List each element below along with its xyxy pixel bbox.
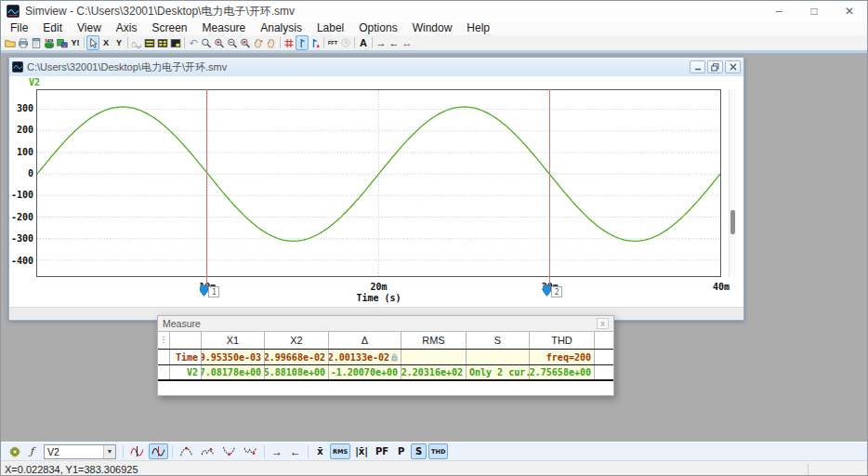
menu-axis[interactable]: Axis [109, 21, 145, 35]
measure-cell: 2.20316e+02 [401, 365, 467, 379]
child-window-title: C:\Users\32001\Desktop\电力电子\开环.smv [27, 60, 688, 74]
stat-button-pf[interactable]: PF [373, 443, 391, 459]
measure-y-icon[interactable] [149, 443, 168, 459]
status-bar: X=0.022834, Y1=383.306925 [1, 460, 867, 476]
stat-button-rms[interactable]: RMS [330, 443, 350, 459]
copy-page-icon[interactable] [30, 35, 43, 50]
text-label-icon[interactable]: A [357, 35, 370, 50]
child-title-bar[interactable]: C:\Users\32001\Desktop\电力电子\开环.smv [9, 58, 743, 76]
menu-help[interactable]: Help [459, 21, 497, 35]
fit-width-icon[interactable]: ↔ [401, 35, 414, 50]
pan-vertical-icon[interactable] [252, 35, 265, 50]
measure-header-delta[interactable]: Δ [329, 332, 401, 349]
scrollbar-thumb[interactable] [730, 210, 735, 234]
y-axis-tick: -200 [9, 212, 33, 222]
measure-header-x1[interactable]: X1 [202, 332, 265, 349]
measure-cell: 7.08178e+00 [202, 365, 265, 379]
find-next-max-icon[interactable] [198, 443, 217, 459]
menu-window[interactable]: Window [405, 21, 460, 35]
menu-screen[interactable]: Screen [145, 21, 195, 35]
open-icon[interactable] [4, 35, 17, 50]
child-minimize-button[interactable] [690, 60, 705, 73]
menu-edit[interactable]: Edit [35, 21, 70, 35]
prev-page-icon[interactable]: ← [388, 35, 401, 50]
stat-button-p[interactable]: P [393, 443, 409, 459]
measure-header-s[interactable]: S [467, 332, 530, 349]
fft-icon[interactable]: FFT [326, 35, 339, 50]
menu-label[interactable]: Label [309, 21, 351, 35]
find-min-icon[interactable] [219, 443, 239, 459]
curve-select-value: V2 [45, 446, 103, 457]
measure-title-bar[interactable]: Measure x [158, 316, 613, 331]
plot-area[interactable] [36, 89, 721, 277]
screen-quad-icon[interactable] [156, 35, 169, 50]
simview-main-window: Simview - C:\Users\32001\Desktop\电力电子\开环… [0, 0, 868, 476]
next-page-icon[interactable]: → [375, 35, 388, 50]
close-button[interactable]: ✕ [832, 1, 867, 21]
x-axis-icon[interactable]: X [99, 35, 112, 50]
y-range-icon[interactable]: Y! [69, 35, 82, 50]
measure-x-icon[interactable] [127, 443, 147, 459]
measure-header-rms[interactable]: RMS [401, 332, 467, 349]
find-next-min-icon[interactable] [241, 443, 260, 459]
measure-window-title: Measure [163, 318, 597, 329]
measure-header-x2[interactable]: X2 [265, 332, 329, 349]
settings-gear-icon[interactable] [7, 443, 23, 460]
y-axis-tick: -400 [9, 256, 33, 266]
zoom-restore-icon[interactable] [239, 35, 252, 50]
measure-header-blank [170, 332, 202, 349]
measure-window: Measure x ⋮ X1 X2 Δ RMS S THD Time9.9535… [157, 315, 614, 396]
toolbar-separator [280, 37, 281, 48]
mdi-background: C:\Users\32001\Desktop\电力电子\开环.smv V2 30… [1, 53, 867, 442]
plot-vertical-scrollbar[interactable] [729, 89, 736, 277]
curve-legend[interactable]: V2 [29, 77, 40, 87]
menu-file[interactable]: File [3, 21, 35, 35]
child-restore-button[interactable] [707, 60, 723, 73]
chevron-down-icon[interactable]: ▼ [103, 445, 115, 458]
menu-view[interactable]: View [70, 21, 109, 35]
find-max-icon[interactable] [177, 443, 196, 459]
curve-select[interactable]: V2 ▼ [44, 444, 116, 459]
screen-rows-icon[interactable] [143, 35, 156, 50]
export-image-icon[interactable] [56, 35, 69, 50]
screen-pip-icon[interactable] [169, 35, 182, 50]
prev-point-icon[interactable]: ← [287, 443, 304, 459]
pan-icon[interactable] [265, 35, 278, 50]
cursor-line-1[interactable] [206, 89, 207, 286]
menu-analysis[interactable]: Analysis [253, 21, 309, 35]
measure-row-v2[interactable]: V27.08178e+005.88108e+00-1.20070e+002.20… [158, 365, 613, 381]
curves-icon[interactable] [130, 35, 143, 50]
x-axis-tick: 40m [707, 282, 735, 292]
zoom-icon[interactable] [200, 35, 213, 50]
cursor-1-icon[interactable] [296, 35, 309, 50]
next-point-icon[interactable]: → [269, 443, 285, 459]
save-data-icon[interactable]: DATA [43, 35, 56, 50]
drag-handle-icon[interactable]: ⋮ [158, 332, 170, 349]
curve-function-icon: ƒ [23, 443, 40, 460]
measure-header-thd[interactable]: THD [530, 332, 595, 349]
measure-cell: -1.20070e+00 [329, 365, 401, 379]
stat-button-x[interactable]: x̄ [312, 443, 328, 459]
measure-grid-icon[interactable] [283, 35, 296, 50]
y-axis-icon[interactable]: Y [112, 35, 125, 50]
stat-button-s[interactable]: S [411, 443, 427, 459]
stat-button-x[interactable]: |x̄| [352, 443, 371, 459]
menu-options[interactable]: Options [351, 21, 404, 35]
cursor-line-2[interactable] [549, 89, 550, 286]
stat-button-thd[interactable]: THD [428, 443, 448, 459]
zoom-out-icon[interactable] [226, 35, 239, 50]
main-toolbar: DATA Y! X Y ↶ FFT A → ← ↔ [1, 35, 867, 50]
cursor-2-icon[interactable] [309, 35, 322, 50]
zoom-in-icon[interactable] [213, 35, 226, 50]
pointer-icon[interactable] [86, 35, 99, 50]
child-close-button[interactable] [725, 60, 741, 73]
undo-icon[interactable]: ↶ [187, 35, 200, 50]
measure-cell: freq=200 [530, 350, 595, 364]
maximize-button[interactable]: □ [796, 1, 832, 21]
menu-measure[interactable]: Measure [195, 21, 254, 35]
print-icon[interactable] [17, 35, 30, 50]
minimize-button[interactable]: – [761, 1, 796, 21]
measure-close-icon[interactable]: x [597, 318, 609, 329]
measure-row-time[interactable]: Time9.95350e-032.99668e-022.00133e-02fre… [158, 350, 613, 365]
toolbar-separator [372, 37, 373, 48]
